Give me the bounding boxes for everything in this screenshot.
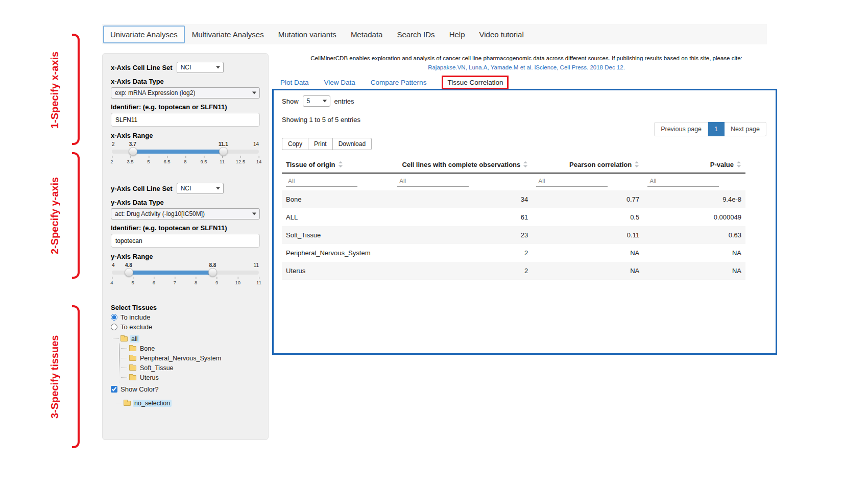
slider-tick: 5	[131, 280, 134, 285]
select-tissues-label: Select Tissues	[111, 304, 260, 311]
slider-min-label: 4	[112, 262, 115, 268]
folder-icon	[129, 346, 136, 351]
table-row: ALL610.50.000049	[282, 208, 745, 226]
filter-tissue-input[interactable]	[286, 176, 357, 187]
sort-icon[interactable]	[635, 161, 639, 167]
y-axis-identifier-input[interactable]	[111, 234, 260, 248]
x-axis-range-label: x-Axis Range	[111, 132, 260, 139]
table-row: Soft_Tissue230.110.63	[282, 226, 745, 244]
header-label: Cell lines with complete observations	[402, 161, 520, 168]
to-include-radio[interactable]	[111, 314, 117, 321]
header-label: Tissue of origin	[286, 161, 335, 168]
nav-tab-search-ids[interactable]: Search IDs	[390, 26, 442, 43]
header-label: Pearson correlation	[569, 161, 632, 168]
y-axis-data-type-select[interactable]: act: Drug Activity (-log10[IC50M])	[111, 208, 260, 219]
slider-handle-high[interactable]	[208, 268, 217, 277]
cell-p-value: 0.000049	[643, 208, 745, 226]
y-axis-range-slider[interactable]: 4 4.8 8.8 11 4567891011	[112, 262, 259, 287]
nav-tab-metadata[interactable]: Metadata	[344, 26, 390, 43]
y-axis-cell-line-set-row: y-Axis Cell Line Set NCI	[111, 183, 260, 194]
x-axis-data-type-select[interactable]: exp: mRNA Expression (log2)	[111, 87, 260, 99]
filter-pearson-input[interactable]	[536, 176, 608, 187]
tree-connector	[113, 338, 118, 339]
cell-tissue: Uterus	[282, 262, 393, 280]
tree-item-all[interactable]: all	[113, 334, 260, 344]
selection-tree: no_selection	[116, 398, 260, 408]
cell-pearson: NA	[532, 244, 643, 262]
previous-page-button[interactable]: Previous page	[654, 122, 708, 136]
cell-cell-lines: 23	[393, 226, 532, 244]
tree-item-peripheral-nervous-system[interactable]: Peripheral_Nervous_System	[122, 353, 260, 363]
show-color-checkbox[interactable]	[111, 386, 117, 393]
nav-tab-univariate-analyses[interactable]: Univariate Analyses	[103, 26, 185, 43]
table-filter-row	[282, 173, 745, 190]
slider-low-label: 4.8	[125, 262, 132, 268]
nav-tab-video-tutorial[interactable]: Video tutorial	[472, 26, 531, 43]
tree-connector	[122, 368, 127, 368]
cell-tissue: Peripheral_Nervous_System	[282, 244, 393, 262]
filter-cell-lines-input[interactable]	[397, 176, 469, 187]
folder-icon	[120, 336, 128, 341]
header-p-value[interactable]: P-value	[643, 157, 745, 173]
slider-tick: 11	[256, 280, 261, 285]
slider-tick: 11	[220, 159, 225, 164]
nav-tab-multivariate-analyses[interactable]: Multivariate Analyses	[185, 26, 271, 43]
citation-link[interactable]: Rajapakse.VN, Luna.A, Yamade.M et al. iS…	[276, 63, 777, 72]
filter-p-value-input[interactable]	[647, 176, 719, 187]
slider-handle-low[interactable]	[125, 268, 133, 277]
slider-tick: 9.5	[200, 159, 207, 164]
nav-tab-mutation-variants[interactable]: Mutation variants	[271, 26, 344, 43]
x-axis-cell-line-set-select[interactable]: NCI	[177, 62, 224, 73]
to-include-option[interactable]: To include	[111, 313, 260, 321]
cell-p-value: NA	[643, 244, 745, 262]
annotation-step2-label: 2-Specify y-axis	[49, 153, 61, 278]
slider-handle-low[interactable]	[129, 147, 137, 156]
header-cell-lines[interactable]: Cell lines with complete observations	[393, 157, 532, 173]
tree-item-label: Peripheral_Nervous_System	[138, 355, 223, 362]
x-axis-range-slider[interactable]: 2 3.7 11.1 14 23.556.589.51112.514	[112, 141, 259, 166]
tab-view-data[interactable]: View Data	[324, 79, 355, 86]
sort-icon[interactable]	[737, 161, 741, 167]
cell-pearson: NA	[532, 262, 643, 280]
print-button[interactable]: Print	[308, 138, 333, 150]
cell-tissue: Bone	[282, 190, 393, 208]
sidebar-controls: x-Axis Cell Line Set NCI x-Axis Data Typ…	[102, 53, 269, 440]
cell-cell-lines: 2	[393, 244, 532, 262]
show-color-option[interactable]: Show Color?	[111, 385, 260, 393]
slider-low-label: 3.7	[129, 141, 136, 147]
nav-tab-help[interactable]: Help	[442, 26, 472, 43]
header-pearson-correlation[interactable]: Pearson correlation	[532, 157, 643, 173]
download-button[interactable]: Download	[333, 138, 372, 150]
folder-icon	[129, 356, 136, 361]
tree-connector	[122, 348, 127, 349]
tab-plot-data[interactable]: Plot Data	[280, 79, 309, 86]
sort-icon[interactable]	[523, 161, 528, 167]
table-row: Bone340.779.4e-8	[282, 190, 745, 208]
tree-item-no-selection[interactable]: no_selection	[116, 398, 260, 408]
tree-connector	[116, 403, 122, 403]
tree-item-uterus[interactable]: Uterus	[122, 373, 260, 382]
tab-tissue-correlation[interactable]: Tissue Correlation	[442, 76, 509, 89]
sort-icon[interactable]	[339, 161, 343, 167]
y-axis-range-label: y-Axis Range	[111, 253, 260, 260]
page-1-button[interactable]: 1	[708, 122, 725, 136]
copy-button[interactable]: Copy	[282, 138, 308, 150]
slider-selected-bar	[129, 271, 213, 275]
header-tissue-of-origin[interactable]: Tissue of origin	[282, 157, 393, 173]
next-page-button[interactable]: Next page	[725, 122, 766, 136]
x-axis-identifier-input[interactable]	[111, 113, 260, 127]
y-axis-cell-line-set-select[interactable]: NCI	[177, 183, 224, 194]
to-exclude-label: To exclude	[120, 323, 152, 331]
slider-ticks: 4567891011	[112, 277, 259, 287]
page-size-select[interactable]: 5	[303, 95, 330, 107]
tree-item-label: Soft_Tissue	[138, 364, 175, 372]
section-divider	[111, 174, 260, 183]
page-size-row: Show 5 entries	[282, 95, 767, 107]
tab-compare-patterns[interactable]: Compare Patterns	[371, 79, 427, 86]
tree-item-bone[interactable]: Bone	[122, 344, 260, 353]
to-exclude-radio[interactable]	[111, 324, 117, 330]
tree-item-soft-tissue[interactable]: Soft_Tissue	[122, 363, 260, 373]
slider-handle-high[interactable]	[219, 147, 228, 156]
y-axis-data-type-label: y-Axis Data Type	[111, 199, 260, 206]
to-exclude-option[interactable]: To exclude	[111, 323, 260, 331]
